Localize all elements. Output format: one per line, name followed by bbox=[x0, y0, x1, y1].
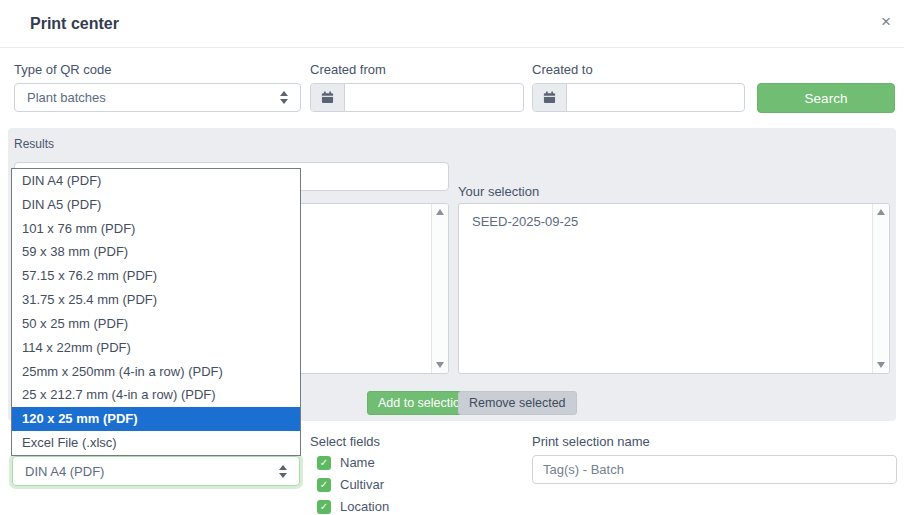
header-divider bbox=[0, 47, 904, 48]
select-fields-label: Select fields bbox=[310, 434, 380, 449]
qr-type-selected-value: Plant batches bbox=[27, 90, 106, 105]
qr-type-label: Type of QR code bbox=[14, 62, 112, 77]
selection-scrollbar[interactable] bbox=[872, 204, 889, 373]
scroll-down-icon[interactable] bbox=[436, 362, 444, 368]
print-selection-name-box bbox=[532, 455, 897, 484]
search-button[interactable]: Search bbox=[757, 83, 895, 113]
created-to-group bbox=[532, 83, 745, 112]
field-row: ✓Name bbox=[317, 455, 375, 470]
dropdown-option[interactable]: 59 x 38 mm (PDF) bbox=[12, 240, 300, 264]
selection-list-item[interactable]: SEED-2025-09-25 bbox=[472, 212, 872, 232]
remove-selected-button[interactable]: Remove selected bbox=[458, 391, 577, 415]
dropdown-option[interactable]: 114 x 22mm (PDF) bbox=[12, 336, 300, 360]
close-icon[interactable]: × bbox=[876, 12, 896, 32]
checkbox-checked-icon[interactable]: ✓ bbox=[317, 500, 331, 514]
results-scrollbar[interactable] bbox=[431, 204, 448, 373]
dropdown-option[interactable]: 31.75 x 25.4 mm (PDF) bbox=[12, 288, 300, 312]
dropdown-option[interactable]: Excel File (.xlsc) bbox=[12, 431, 300, 455]
field-row: ✓Cultivar bbox=[317, 477, 384, 492]
dropdown-option[interactable]: DIN A4 (PDF) bbox=[12, 169, 300, 193]
checkbox-checked-icon[interactable]: ✓ bbox=[317, 478, 331, 492]
your-selection-label: Your selection bbox=[458, 184, 539, 199]
dropdown-option[interactable]: 25 x 212.7 mm (4-in a row) (PDF) bbox=[12, 383, 300, 407]
checkbox-label: Cultivar bbox=[340, 477, 384, 492]
scroll-up-icon[interactable] bbox=[877, 209, 885, 215]
calendar-icon[interactable] bbox=[311, 84, 345, 111]
calendar-icon[interactable] bbox=[533, 84, 567, 111]
qr-type-select[interactable]: Plant batches bbox=[14, 83, 301, 112]
created-to-label: Created to bbox=[532, 62, 593, 77]
checkbox-checked-icon[interactable]: ✓ bbox=[317, 456, 331, 470]
scroll-up-icon[interactable] bbox=[436, 209, 444, 215]
format-selected-value: DIN A4 (PDF) bbox=[25, 464, 104, 479]
chevron-updown-icon bbox=[280, 91, 288, 104]
results-header: Results bbox=[14, 137, 54, 151]
print-selection-name-label: Print selection name bbox=[532, 434, 650, 449]
page-title: Print center bbox=[30, 15, 119, 33]
format-options-list: DIN A4 (PDF)DIN A5 (PDF)101 x 76 mm (PDF… bbox=[11, 168, 301, 456]
dropdown-option[interactable]: 50 x 25 mm (PDF) bbox=[12, 312, 300, 336]
created-from-label: Created from bbox=[310, 62, 386, 77]
dropdown-option[interactable]: 120 x 25 mm (PDF) bbox=[12, 407, 300, 431]
field-row: ✓Location bbox=[317, 499, 389, 514]
created-from-input[interactable] bbox=[345, 84, 523, 111]
your-selection-listbox[interactable]: SEED-2025-09-25 bbox=[458, 203, 890, 374]
chevron-updown-icon bbox=[279, 465, 287, 478]
dropdown-option[interactable]: DIN A5 (PDF) bbox=[12, 193, 300, 217]
format-select[interactable]: DIN A4 (PDF) bbox=[12, 456, 300, 486]
dropdown-option[interactable]: 25mm x 250mm (4-in a row) (PDF) bbox=[12, 360, 300, 384]
created-from-group bbox=[310, 83, 524, 112]
scroll-down-icon[interactable] bbox=[877, 362, 885, 368]
selection-list-items: SEED-2025-09-25 bbox=[459, 204, 872, 373]
dropdown-option[interactable]: 101 x 76 mm (PDF) bbox=[12, 217, 300, 241]
dropdown-option[interactable]: 57.15 x 76.2 mm (PDF) bbox=[12, 264, 300, 288]
checkbox-label: Name bbox=[340, 455, 375, 470]
checkbox-label: Location bbox=[340, 499, 389, 514]
created-to-input[interactable] bbox=[567, 84, 744, 111]
print-selection-name-input[interactable] bbox=[533, 456, 896, 483]
